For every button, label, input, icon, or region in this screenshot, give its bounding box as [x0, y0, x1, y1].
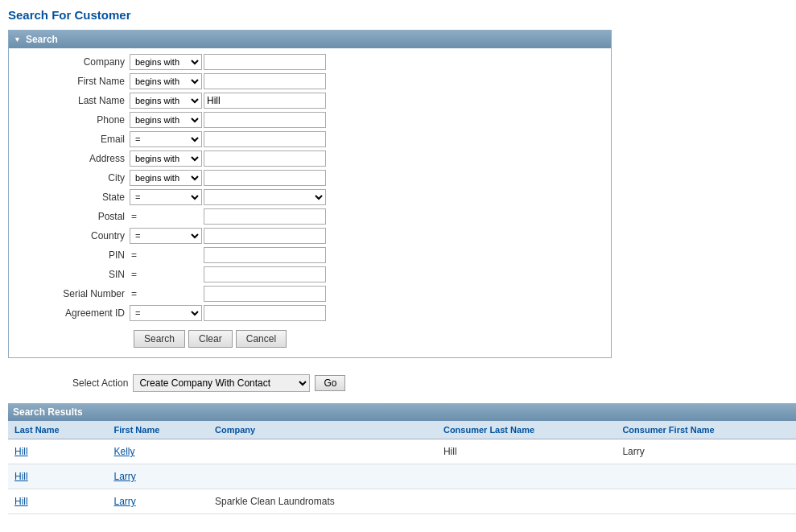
- result-cell: [208, 464, 437, 489]
- action-row: Select Action Create Company With Contac…: [8, 374, 788, 392]
- first-name-row: First Name begins with=contains: [9, 72, 611, 90]
- country-row: Country =begins with: [9, 227, 611, 245]
- result-link[interactable]: Kelly: [113, 446, 134, 457]
- pin-controls: =: [130, 247, 326, 263]
- result-cell: Larry: [616, 439, 796, 464]
- postal-operator-text: =: [130, 211, 202, 222]
- first-name-operator[interactable]: begins with=contains: [130, 73, 202, 89]
- phone-label: Phone: [9, 114, 130, 126]
- address-row: Address begins with=contains: [9, 150, 611, 167]
- company-input[interactable]: [204, 54, 326, 70]
- results-header: Search Results: [8, 403, 796, 421]
- result-link[interactable]: Hill: [14, 446, 28, 457]
- email-controls: =begins withcontains: [130, 131, 326, 147]
- result-link[interactable]: Hill: [14, 471, 28, 482]
- result-link[interactable]: Larry: [113, 496, 135, 507]
- result-cell: [208, 439, 437, 464]
- result-cell: [616, 489, 796, 514]
- country-operator[interactable]: =begins with: [130, 228, 202, 244]
- serial-number-controls: =: [130, 286, 326, 302]
- result-cell: Sparkle Clean Laundromats: [208, 489, 437, 514]
- last-name-input[interactable]: [204, 93, 326, 109]
- form-buttons: Search Clear Cancel: [9, 324, 611, 353]
- country-input[interactable]: [204, 228, 326, 244]
- last-name-label: Last Name: [9, 95, 130, 106]
- col-first-name: First Name: [107, 421, 208, 439]
- table-row: HillLarrySparkle Clean Laundromats: [8, 489, 796, 514]
- col-consumer-first-name: Consumer First Name: [616, 421, 796, 439]
- city-controls: begins with=contains: [130, 170, 326, 186]
- serial-number-row: Serial Number =: [9, 285, 611, 303]
- email-row: Email =begins withcontains: [9, 130, 611, 148]
- agreement-id-input[interactable]: [204, 305, 326, 321]
- country-label: Country: [9, 230, 130, 241]
- serial-number-input[interactable]: [204, 286, 326, 302]
- state-row: State =begins with: [9, 188, 611, 206]
- table-row: HillKellyHillLarry: [8, 439, 796, 464]
- pin-row: PIN =: [9, 246, 611, 264]
- phone-row: Phone begins with=contains: [9, 111, 611, 129]
- first-name-controls: begins with=contains: [130, 73, 326, 89]
- city-input[interactable]: [204, 170, 326, 186]
- agreement-id-label: Agreement ID: [9, 307, 130, 319]
- sin-label: SIN: [9, 269, 130, 280]
- agreement-id-row: Agreement ID =begins with: [9, 304, 611, 322]
- city-label: City: [9, 172, 130, 184]
- result-cell: [437, 489, 616, 514]
- company-operator[interactable]: begins with=contains: [130, 54, 202, 70]
- agreement-id-operator[interactable]: =begins with: [130, 305, 202, 321]
- address-operator[interactable]: begins with=contains: [130, 151, 202, 167]
- result-cell: Hill: [437, 439, 616, 464]
- pin-label: PIN: [9, 250, 130, 261]
- last-name-controls: begins with=contains: [130, 93, 326, 109]
- page-title: Search For Customer: [8, 8, 788, 22]
- search-panel-title: Search: [26, 34, 58, 45]
- col-consumer-last-name: Consumer Last Name: [437, 421, 616, 439]
- pin-input[interactable]: [204, 247, 326, 263]
- results-table-header-row: Last Name First Name Company Consumer La…: [8, 421, 796, 439]
- city-operator[interactable]: begins with=contains: [130, 170, 202, 186]
- search-button[interactable]: Search: [134, 330, 185, 348]
- phone-input[interactable]: [204, 112, 326, 128]
- state-controls: =begins with: [130, 189, 326, 205]
- go-button[interactable]: Go: [315, 375, 345, 391]
- sin-row: SIN =: [9, 266, 611, 283]
- clear-button[interactable]: Clear: [188, 330, 233, 348]
- serial-number-label: Serial Number: [9, 288, 130, 299]
- company-row: Company begins with=contains: [9, 53, 611, 71]
- first-name-input[interactable]: [204, 73, 326, 89]
- first-name-label: First Name: [9, 76, 130, 87]
- results-table: Last Name First Name Company Consumer La…: [8, 421, 796, 514]
- postal-row: Postal =: [9, 208, 611, 225]
- address-input[interactable]: [204, 151, 326, 167]
- phone-operator[interactable]: begins with=contains: [130, 112, 202, 128]
- table-row: HillLarry: [8, 464, 796, 489]
- result-cell: [437, 464, 616, 489]
- company-controls: begins with=contains: [130, 54, 326, 70]
- state-operator[interactable]: =begins with: [130, 189, 202, 205]
- serial-number-operator-text: =: [130, 288, 202, 299]
- sin-operator-text: =: [130, 269, 202, 280]
- sin-controls: =: [130, 266, 326, 282]
- col-company: Company: [208, 421, 437, 439]
- last-name-operator[interactable]: begins with=contains: [130, 93, 202, 109]
- state-value[interactable]: [204, 189, 326, 205]
- collapse-icon: ▼: [14, 35, 21, 43]
- state-label: State: [9, 192, 130, 203]
- result-link[interactable]: Larry: [113, 471, 135, 482]
- postal-controls: =: [130, 208, 326, 225]
- postal-input[interactable]: [204, 208, 326, 225]
- search-form: Company begins with=contains First Name …: [9, 48, 611, 357]
- last-name-row: Last Name begins with=contains: [9, 92, 611, 109]
- cancel-button[interactable]: Cancel: [236, 330, 287, 348]
- sin-input[interactable]: [204, 266, 326, 282]
- email-input[interactable]: [204, 131, 326, 147]
- action-select[interactable]: Create Company With Contact Create Indiv…: [133, 374, 310, 392]
- email-label: Email: [9, 134, 130, 145]
- result-link[interactable]: Hill: [14, 496, 28, 507]
- country-controls: =begins with: [130, 228, 326, 244]
- city-row: City begins with=contains: [9, 169, 611, 187]
- phone-controls: begins with=contains: [130, 112, 326, 128]
- email-operator[interactable]: =begins withcontains: [130, 131, 202, 147]
- select-action-label: Select Action: [72, 377, 128, 389]
